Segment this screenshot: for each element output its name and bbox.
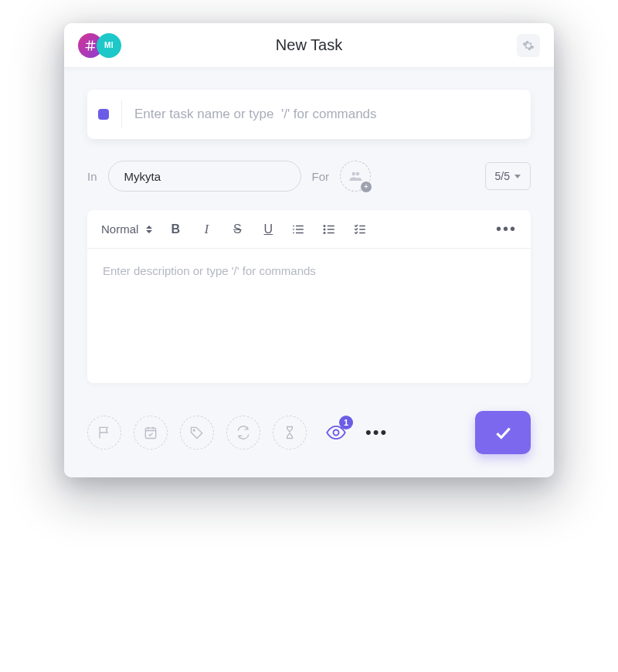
sort-caret-icon bbox=[146, 226, 152, 233]
calendar-icon bbox=[143, 425, 158, 440]
ordered-list-button[interactable] bbox=[291, 222, 307, 236]
add-assignee-button[interactable]: + bbox=[340, 161, 371, 192]
underline-button[interactable]: U bbox=[260, 222, 276, 236]
ordered-list-icon bbox=[291, 222, 305, 236]
plus-icon: + bbox=[361, 182, 372, 192]
description-input[interactable] bbox=[103, 264, 515, 365]
footer-actions: 1 ••• bbox=[87, 411, 531, 454]
format-label: Normal bbox=[101, 222, 138, 236]
settings-button[interactable] bbox=[517, 34, 540, 57]
bullet-list-icon bbox=[322, 222, 336, 236]
bullet-list-button[interactable] bbox=[322, 222, 338, 236]
gear-icon bbox=[522, 39, 535, 52]
modal-title: New Task bbox=[64, 36, 554, 54]
user-avatar[interactable]: MI bbox=[97, 33, 121, 58]
repeat-icon bbox=[236, 425, 251, 440]
hashtag-icon bbox=[84, 39, 97, 52]
due-date-button[interactable] bbox=[134, 416, 168, 450]
hourglass-icon bbox=[282, 425, 297, 440]
modal-body: In Mykyta For + 5/5 Normal B I bbox=[64, 68, 554, 477]
watchers-button[interactable]: 1 bbox=[319, 416, 353, 450]
svg-point-1 bbox=[324, 228, 326, 230]
workspace-badges: MI bbox=[78, 33, 121, 58]
checklist-icon bbox=[353, 222, 367, 236]
editor-toolbar: Normal B I S U ••• bbox=[87, 210, 531, 249]
svg-point-0 bbox=[324, 225, 326, 227]
toolbar-more-button[interactable]: ••• bbox=[496, 220, 517, 238]
check-icon bbox=[493, 423, 513, 443]
description-area bbox=[87, 249, 531, 383]
new-task-modal: MI New Task In Mykyta For + 5/5 bbox=[64, 23, 554, 477]
list-name: Mykyta bbox=[124, 170, 161, 183]
people-icon bbox=[348, 169, 362, 183]
svg-point-4 bbox=[193, 429, 195, 431]
more-actions-button[interactable]: ••• bbox=[365, 423, 388, 443]
svg-point-2 bbox=[324, 232, 326, 234]
italic-button[interactable]: I bbox=[199, 222, 214, 236]
flag-icon bbox=[97, 425, 112, 440]
description-editor: Normal B I S U ••• bbox=[87, 210, 531, 383]
for-label: For bbox=[312, 170, 330, 183]
list-selector[interactable]: Mykyta bbox=[108, 161, 301, 192]
format-select[interactable]: Normal bbox=[101, 222, 152, 236]
task-name-input[interactable] bbox=[134, 107, 520, 122]
divider bbox=[121, 100, 122, 128]
svg-rect-3 bbox=[145, 428, 155, 438]
tag-icon bbox=[189, 425, 205, 440]
bold-button[interactable]: B bbox=[168, 222, 183, 236]
recurring-button[interactable] bbox=[226, 416, 260, 450]
status-chip[interactable] bbox=[98, 109, 109, 120]
modal-header: MI New Task bbox=[64, 23, 554, 68]
task-name-row bbox=[87, 90, 531, 139]
priority-selector[interactable]: 5/5 bbox=[485, 162, 531, 190]
chevron-down-icon bbox=[514, 175, 521, 178]
strikethrough-button[interactable]: S bbox=[229, 222, 245, 236]
meta-row: In Mykyta For + 5/5 bbox=[87, 161, 531, 192]
checklist-button[interactable] bbox=[353, 222, 368, 236]
tags-button[interactable] bbox=[180, 416, 214, 450]
time-estimate-button[interactable] bbox=[273, 416, 307, 450]
priority-value: 5/5 bbox=[495, 170, 510, 182]
priority-flag-button[interactable] bbox=[87, 416, 121, 450]
watcher-count-badge: 1 bbox=[339, 416, 353, 429]
create-task-button[interactable] bbox=[475, 411, 531, 454]
svg-point-5 bbox=[334, 430, 339, 436]
in-label: In bbox=[87, 170, 97, 183]
